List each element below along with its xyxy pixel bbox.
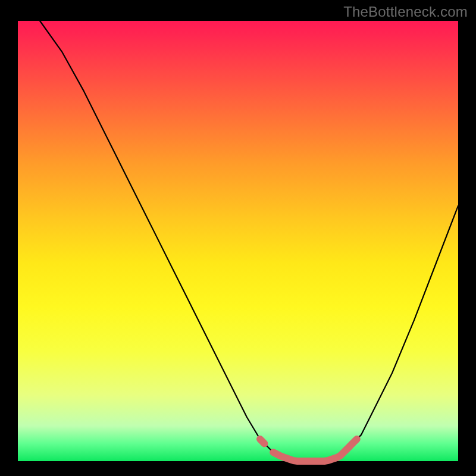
chart-svg [18, 21, 458, 461]
watermark-text: TheBottleneck.com [343, 4, 468, 20]
chart-container: TheBottleneck.com [0, 0, 476, 476]
highlight-segment-left [260, 439, 264, 443]
bottleneck-curve [40, 21, 458, 461]
highlight-segment-right [335, 439, 357, 458]
highlight-segment-bottom [273, 452, 335, 461]
